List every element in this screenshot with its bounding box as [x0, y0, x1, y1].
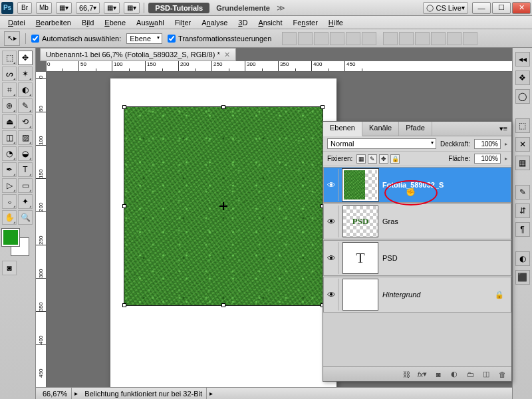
menu-3d[interactable]: 3D [233, 17, 253, 28]
minimize-button[interactable]: — [472, 2, 491, 14]
tool-pen[interactable]: ✒ [2, 162, 17, 177]
delete-layer-icon[interactable]: 🗑 [497, 370, 507, 379]
visibility-toggle-icon[interactable]: 👁 [325, 279, 338, 311]
bridge-button[interactable]: Br [17, 2, 32, 14]
visibility-toggle-icon[interactable]: 👁 [325, 205, 338, 237]
fill-field[interactable]: 100% [474, 154, 501, 164]
screen-mode-button[interactable]: ▦▾ [56, 2, 72, 14]
view-extras-button[interactable]: ▦▾ [104, 2, 120, 14]
distribute-icon[interactable] [415, 32, 430, 45]
auto-select-checkbox[interactable]: Automatisch auswählen: [31, 35, 121, 43]
menu-auswahl[interactable]: Auswahl [131, 17, 170, 28]
tool-blur[interactable]: ◔ [2, 146, 17, 161]
cslive-button[interactable]: ◯ CS Live ▾ [423, 2, 468, 14]
align-icon[interactable] [282, 32, 297, 45]
menu-datei[interactable]: Datei [3, 17, 31, 28]
dock-panel-icon[interactable]: ⬚ [515, 118, 530, 133]
tool-3d[interactable]: ⬦ [2, 194, 17, 209]
tool-crop[interactable]: ⌗ [2, 82, 17, 97]
dock-panel-icon[interactable]: ✎ [515, 185, 530, 200]
distribute-icon[interactable] [399, 32, 414, 45]
distribute-icon[interactable] [447, 32, 462, 45]
dock-panel-icon[interactable]: ◐ [515, 251, 530, 266]
ruler-vertical[interactable]: 050100150200250300350400450 [36, 72, 47, 387]
blend-mode-select[interactable]: Normal [327, 138, 436, 149]
align-icon[interactable] [314, 32, 329, 45]
group-icon[interactable]: 🗀 [465, 370, 475, 379]
tool-eraser[interactable]: ◫ [2, 130, 17, 145]
align-icon[interactable] [346, 32, 360, 45]
adjustment-layer-icon[interactable]: ◐ [449, 370, 460, 379]
tool-type[interactable]: T [18, 162, 33, 177]
layer-row[interactable]: 👁 Hintergrund 🔒 [323, 277, 511, 313]
lock-position-icon[interactable]: ✥ [379, 154, 388, 164]
new-layer-icon[interactable]: ◫ [481, 370, 491, 379]
tool-3d-camera[interactable]: ✦ [18, 194, 33, 209]
menu-ansicht[interactable]: Ansicht [253, 17, 287, 28]
align-icon[interactable] [298, 32, 313, 45]
tool-gradient[interactable]: ▨ [18, 130, 33, 145]
maximize-button[interactable]: ☐ [492, 2, 511, 14]
tool-magic-wand[interactable]: ✶ [18, 66, 33, 81]
layer-row[interactable]: 👁 PSD Gras [323, 203, 511, 239]
visibility-toggle-icon[interactable]: 👁 [325, 169, 338, 201]
panel-menu-icon[interactable]: ▾≡ [495, 122, 511, 136]
distribute-icon[interactable] [431, 32, 446, 45]
tool-move[interactable]: ✥ [18, 51, 33, 65]
dock-panel-icon[interactable]: ⬛ [515, 270, 530, 285]
layer-row[interactable]: 👁 Fotolia_589032_S [323, 167, 511, 203]
dock-panel-icon[interactable]: ◯ [515, 89, 530, 104]
tool-marquee[interactable]: ⬚ [2, 51, 17, 65]
opacity-slider-icon[interactable]: ▸ [505, 141, 507, 147]
tool-lasso[interactable]: ᔕ [2, 66, 17, 81]
tool-healing[interactable]: ⊛ [2, 98, 17, 113]
layer-style-icon[interactable]: fx▾ [417, 370, 428, 379]
layers-panel[interactable]: Ebenen Kanäle Pfade ▾≡ Normal Deckkraft:… [323, 121, 512, 382]
zoom-level-button[interactable]: 66,7 ▾ [76, 2, 100, 14]
tool-dodge[interactable]: ◒ [18, 146, 33, 161]
layer-name[interactable]: Gras [382, 217, 509, 225]
auto-select-input[interactable] [31, 35, 39, 43]
layer-thumbnail[interactable] [342, 279, 378, 311]
lock-all-icon[interactable]: 🔒 [390, 154, 400, 164]
layer-name[interactable]: Fotolia_589032_S [382, 181, 509, 189]
layer-thumbnail[interactable] [342, 169, 378, 201]
close-button[interactable]: ✕ [512, 2, 531, 14]
tool-shape[interactable]: ▭ [18, 178, 33, 193]
dock-panel-icon[interactable]: ¶ [515, 222, 530, 237]
tool-path-select[interactable]: ▷ [2, 178, 17, 193]
layer-thumbnail[interactable]: T [342, 242, 378, 274]
status-zoom[interactable]: 66,67% [39, 388, 72, 399]
arrange-button[interactable]: ▦▾ [124, 2, 140, 14]
document-tab[interactable]: Unbenannt-1 bei 66,7% (Fotolia_589032_S,… [40, 48, 236, 61]
dock-panel-icon[interactable]: ▦ [515, 156, 530, 170]
layer-thumbnail[interactable]: PSD [342, 205, 378, 237]
menu-bearbeiten[interactable]: Bearbeiten [31, 17, 76, 28]
tab-ebenen[interactable]: Ebenen [323, 122, 362, 136]
distribute-icon[interactable] [463, 32, 477, 45]
tool-history-brush[interactable]: ⟲ [18, 114, 33, 129]
document-canvas[interactable] [110, 78, 336, 387]
layer-mask-icon[interactable]: ◙ [433, 370, 444, 379]
menu-fenster[interactable]: Fenster [288, 17, 323, 28]
lock-transparent-icon[interactable]: ▦ [356, 154, 366, 164]
ruler-horizontal[interactable]: 050100150200250300350400450 [47, 61, 512, 72]
transform-controls-input[interactable] [168, 35, 176, 43]
color-swatches[interactable] [2, 229, 29, 255]
quickmask-toggle[interactable]: ◙ [2, 261, 17, 275]
layer-row[interactable]: 👁 T PSD [323, 240, 511, 276]
tool-hand[interactable]: ✋ [2, 210, 17, 225]
workspace-active[interactable]: PSD-Tutorials [148, 3, 209, 13]
align-icon[interactable] [330, 32, 344, 45]
layer-name[interactable]: Hintergrund [382, 291, 495, 299]
minibridge-button[interactable]: Mb [36, 2, 52, 14]
move-tool-icon[interactable]: ↖▸ [4, 31, 20, 46]
menu-filter[interactable]: Filter [170, 17, 196, 28]
tool-eyedropper[interactable]: ◐ [18, 82, 33, 97]
tab-kanaele[interactable]: Kanäle [362, 122, 399, 136]
workspace-other[interactable]: Grundelemente [213, 4, 273, 12]
dock-panel-icon[interactable]: ⇵ [515, 203, 530, 218]
visibility-toggle-icon[interactable]: 👁 [325, 242, 338, 274]
opacity-field[interactable]: 100% [474, 139, 501, 149]
foreground-swatch[interactable] [2, 229, 19, 246]
